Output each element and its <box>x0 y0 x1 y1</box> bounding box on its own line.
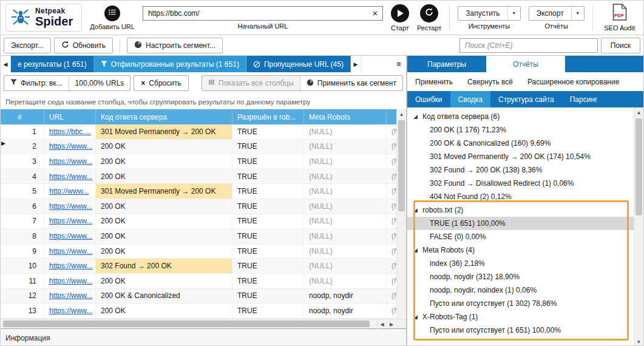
add-url-button[interactable] <box>104 5 120 21</box>
grid-horizontal-scrollbar[interactable]: ◀ ▶ <box>1 319 406 328</box>
tree-item[interactable]: 200 OK (1 176) 71,23% <box>407 123 634 137</box>
column-header[interactable]: Meta Robots <box>304 109 387 124</box>
report-subtab[interactable]: Парсинг <box>562 91 606 107</box>
scroll-up-icon[interactable]: ▲ <box>634 107 643 117</box>
tree-item[interactable]: Пусто или отсутствует (1 651) 100,00% <box>407 324 634 337</box>
column-header[interactable] <box>387 109 396 124</box>
scrollbar-thumb[interactable] <box>398 120 405 211</box>
clear-url-icon[interactable]: × <box>368 7 382 20</box>
tree-item[interactable]: index (36) 2,18% <box>407 257 634 270</box>
panel-action-button[interactable]: Свернуть всё <box>467 78 513 86</box>
chevron-down-icon[interactable]: ▼ <box>508 11 520 15</box>
table-row[interactable]: 5http://www...301 Moved Permanently → 20… <box>1 184 396 199</box>
panel-expander-icon[interactable]: ▶ <box>1 140 5 146</box>
tab-list-menu-button[interactable]: ≡ <box>391 56 406 72</box>
collapse-triangle-icon[interactable] <box>413 208 418 212</box>
results-tab[interactable]: Пропущенные URL (45) <box>246 56 351 72</box>
scrollbar-thumb[interactable] <box>3 321 370 327</box>
url-cell[interactable]: https://bbc.... <box>44 124 96 139</box>
collapse-triangle-icon[interactable] <box>413 115 418 119</box>
grid-vertical-scrollbar[interactable]: ▲ <box>396 109 406 319</box>
filter-percent-segment[interactable]: 100,00% URLs <box>69 76 130 90</box>
tree-vertical-scrollbar[interactable]: ▲ ▼ <box>634 107 643 346</box>
tree-item[interactable]: FALSE (0) 0,00% <box>407 230 634 243</box>
url-cell[interactable]: https://www... <box>44 244 96 259</box>
table-row[interactable]: 9https://www...200 OKTRUE(NULL)(NULL) <box>1 244 396 259</box>
table-row[interactable]: 3https://www...200 OKTRUE(NULL)(NULL) <box>1 154 396 169</box>
refresh-button[interactable]: Обновить <box>54 38 113 53</box>
url-cell[interactable]: https://www... <box>44 169 96 184</box>
url-cell[interactable]: https://www... <box>44 140 96 154</box>
column-header[interactable]: # <box>1 109 44 124</box>
column-header[interactable]: Код ответа сервера <box>96 109 232 124</box>
tree-section-header[interactable]: robots.txt (2) <box>407 203 643 217</box>
table-row[interactable]: 1https://bbc....301 Moved Permanently → … <box>1 124 396 140</box>
panel-action-button[interactable]: Расширенное копирование <box>527 78 619 86</box>
table-row[interactable]: 13https://www...200 OKTRUEnoodp, noydir(… <box>1 304 396 319</box>
column-header[interactable]: Разрешён в rob... <box>232 109 304 124</box>
table-row[interactable]: 11https://www...200 OKTRUE(NULL)(NULL) <box>1 274 396 289</box>
url-cell[interactable]: https://www... <box>44 214 96 229</box>
url-cell[interactable]: https://www... <box>44 199 96 214</box>
report-subtab[interactable]: Сводка <box>450 91 491 107</box>
url-cell[interactable]: https://www... <box>44 274 96 288</box>
url-cell[interactable]: https://www... <box>44 229 96 243</box>
table-row[interactable]: 10https://www...302 Found → 200 OKTRUE(N… <box>1 259 396 274</box>
scroll-up-icon[interactable]: ▲ <box>397 109 406 119</box>
report-subtab[interactable]: Структура сайта <box>490 91 562 107</box>
restart-button[interactable] <box>420 4 438 22</box>
pdf-audit-button[interactable]: PDF <box>612 4 627 22</box>
results-tab[interactable]: е результаты (1 651) <box>11 56 94 72</box>
tree-item[interactable]: 302 Found → Disallowed Redirect (1) 0,06… <box>407 177 634 190</box>
report-subtab[interactable]: Ошибки <box>407 91 450 107</box>
tree-item[interactable]: 302 Found → 200 OK (138) 8,36% <box>407 163 634 177</box>
filter-button[interactable]: Фильтр: вк... <box>4 76 69 90</box>
scroll-right-icon[interactable]: ▶ <box>387 319 396 329</box>
export-results-button[interactable]: Экспорт... <box>4 38 51 53</box>
show-all-columns-button[interactable]: Показать все столбцы <box>202 76 300 90</box>
tree-section-header[interactable]: Meta Robots (4) <box>407 243 643 257</box>
url-cell[interactable]: https://www... <box>44 304 96 318</box>
tree-section-header[interactable]: X-Robots-Tag (1) <box>407 310 643 324</box>
search-input[interactable] <box>459 38 598 53</box>
results-tab[interactable]: Отфильтрованные результаты (1 651) <box>94 56 246 72</box>
tree-item[interactable]: noodp, noydir (312) 18,90% <box>407 270 634 283</box>
column-header[interactable]: URL <box>44 109 96 124</box>
tree-item[interactable]: 404 Not Found (2) 0,12% <box>407 190 634 203</box>
table-row[interactable]: 8https://www...200 OKTRUE(NULL)(NULL) <box>1 229 396 244</box>
apply-as-segment-button[interactable]: Применить как сегмент <box>300 76 402 90</box>
url-cell[interactable]: http://www... <box>44 184 96 198</box>
scroll-down-icon[interactable]: ▼ <box>634 337 643 346</box>
search-button[interactable]: Поиск <box>601 38 640 53</box>
tree-item[interactable]: noodp, noydir, noindex (1) 0,06% <box>407 283 634 297</box>
tab-scroll-right-button[interactable]: ▶ <box>351 56 361 72</box>
panel-tab-active[interactable]: Отчёты <box>486 56 565 72</box>
url-cell[interactable]: https://www... <box>44 259 96 273</box>
segment-button[interactable]: Настроить сегмент... <box>127 38 223 53</box>
start-button[interactable] <box>391 4 409 22</box>
url-cell[interactable]: https://www... <box>44 154 96 169</box>
url-cell[interactable]: https://www... <box>44 289 96 304</box>
tree-section-header[interactable]: Код ответа сервера (6) <box>407 110 643 123</box>
panel-tab-inactive[interactable]: Параметры <box>407 56 486 72</box>
tree-item[interactable]: 301 Moved Permanently → 200 OK (174) 10,… <box>407 150 634 163</box>
table-row[interactable]: 12https://www...200 OK & CanonicalizedTR… <box>1 289 396 304</box>
reset-filter-button[interactable]: × Сбросить <box>134 75 188 91</box>
tree-item[interactable]: TRUE (1 651) 100,00% <box>407 217 634 230</box>
collapse-triangle-icon[interactable] <box>413 315 418 319</box>
scrollbar-thumb[interactable] <box>636 118 642 215</box>
run-dropdown-button[interactable]: Запустить ▼ <box>458 6 520 21</box>
panel-action-button[interactable]: Применить <box>415 78 453 86</box>
initial-url-input[interactable] <box>143 9 368 18</box>
tree-item[interactable]: 200 OK & Canonicalized (160) 9,69% <box>407 137 634 150</box>
table-row[interactable]: 2https://www...200 OKTRUE(NULL)(NULL) <box>1 140 396 155</box>
collapse-triangle-icon[interactable] <box>413 248 418 253</box>
chevron-down-icon[interactable]: ▼ <box>572 11 584 15</box>
tab-scroll-left-button[interactable]: ◀ <box>1 56 11 72</box>
export-dropdown-button[interactable]: Экспорт ▼ <box>529 6 585 21</box>
table-row[interactable]: 6https://www...200 OKTRUE(NULL)(NULL) <box>1 199 396 214</box>
scroll-left-icon[interactable]: ◀ <box>377 319 387 329</box>
table-row[interactable]: 4https://www...200 OKTRUE(NULL)(NULL) <box>1 169 396 185</box>
tree-item[interactable]: Пусто или отсутствует (1 302) 78,86% <box>407 297 634 310</box>
table-row[interactable]: 7https://www...200 OKTRUE(NULL)(NULL) <box>1 214 396 229</box>
